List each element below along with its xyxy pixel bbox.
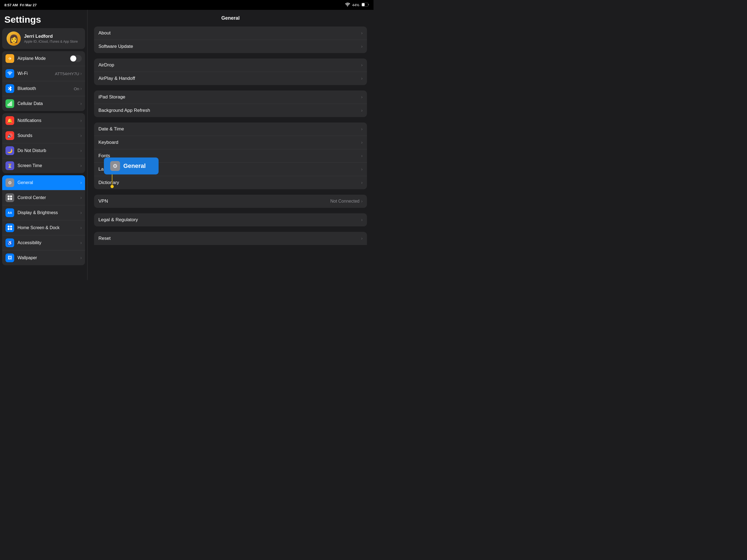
software-update-chevron: › bbox=[361, 44, 363, 49]
airplane-mode-toggle[interactable] bbox=[70, 55, 82, 62]
sidebar-item-airplane-mode[interactable]: ✈ Airplane Mode bbox=[2, 51, 85, 66]
screen-time-label: Screen Time bbox=[18, 163, 80, 168]
control-center-icon bbox=[5, 193, 14, 202]
wifi-setting-icon bbox=[5, 69, 14, 78]
sidebar-item-bluetooth[interactable]: Bluetooth On › bbox=[2, 81, 85, 96]
bluetooth-value: On bbox=[74, 86, 79, 91]
svg-rect-2 bbox=[8, 104, 8, 106]
do-not-disturb-chevron: › bbox=[80, 148, 82, 153]
reset-chevron: › bbox=[361, 236, 363, 241]
sidebar-item-cellular[interactable]: Cellular Data › bbox=[2, 96, 85, 111]
home-screen-label: Home Screen & Dock bbox=[18, 225, 80, 230]
notifications-icon: 🔔 bbox=[5, 116, 14, 125]
settings-row-reset[interactable]: Reset › bbox=[94, 232, 367, 245]
legal-regulatory-label: Legal & Regulatory bbox=[98, 217, 361, 223]
svg-rect-11 bbox=[10, 226, 12, 228]
display-brightness-icon: AA bbox=[5, 208, 14, 217]
sidebar: Settings 👩 Jerri Ledford Apple ID, iClou… bbox=[0, 10, 87, 280]
general-chevron: › bbox=[80, 180, 82, 185]
settings-row-dictionary[interactable]: Dictionary › bbox=[94, 176, 367, 189]
background-app-refresh-label: Background App Refresh bbox=[98, 108, 361, 113]
svg-rect-3 bbox=[9, 103, 10, 106]
settings-row-software-update[interactable]: Software Update › bbox=[94, 40, 367, 53]
svg-rect-12 bbox=[8, 228, 9, 230]
settings-title: Settings bbox=[0, 10, 87, 28]
wallpaper-label: Wallpaper bbox=[18, 255, 80, 260]
airplay-handoff-label: AirPlay & Handoff bbox=[98, 76, 361, 81]
settings-row-ipad-storage[interactable]: iPad Storage › bbox=[94, 91, 367, 104]
svg-rect-10 bbox=[8, 226, 9, 228]
settings-row-keyboard[interactable]: Keyboard › bbox=[94, 136, 367, 149]
svg-rect-1 bbox=[362, 3, 365, 6]
user-name: Jerri Ledford bbox=[24, 34, 78, 39]
svg-point-15 bbox=[110, 185, 114, 188]
ipad-storage-label: iPad Storage bbox=[98, 94, 361, 100]
callout-box: ⚙ General bbox=[104, 157, 159, 175]
user-info: Jerri Ledford Apple ID, iCloud, iTunes &… bbox=[24, 34, 78, 44]
callout-container: ⚙ General bbox=[104, 157, 159, 175]
toggle-knob bbox=[70, 55, 76, 61]
dictionary-chevron: › bbox=[361, 180, 363, 185]
home-screen-chevron: › bbox=[80, 225, 82, 230]
settings-row-vpn[interactable]: VPN Not Connected › bbox=[94, 195, 367, 208]
keyboard-chevron: › bbox=[361, 140, 363, 145]
display-brightness-label: Display & Brightness bbox=[18, 210, 80, 215]
settings-row-date-time[interactable]: Date & Time › bbox=[94, 123, 367, 136]
notifications-chevron: › bbox=[80, 118, 82, 123]
wallpaper-icon: 🖼 bbox=[5, 253, 14, 262]
do-not-disturb-label: Do Not Disturb bbox=[18, 148, 80, 153]
svg-rect-5 bbox=[11, 101, 12, 106]
sounds-icon: 🔊 bbox=[5, 131, 14, 140]
accessibility-label: Accessibility bbox=[18, 240, 80, 245]
dictionary-label: Dictionary bbox=[98, 180, 361, 185]
sidebar-item-wifi[interactable]: Wi-Fi ATT54rHY7U › bbox=[2, 66, 85, 81]
svg-rect-7 bbox=[10, 196, 12, 198]
status-right: 44% bbox=[345, 3, 369, 7]
airdrop-label: AirDrop bbox=[98, 62, 361, 68]
battery-icon bbox=[361, 3, 369, 7]
fonts-chevron: › bbox=[361, 153, 363, 158]
settings-row-about[interactable]: About › bbox=[94, 27, 367, 40]
callout-text: General bbox=[123, 162, 146, 170]
sidebar-item-notifications[interactable]: 🔔 Notifications › bbox=[2, 113, 85, 128]
svg-rect-13 bbox=[10, 228, 12, 230]
sidebar-item-display-brightness[interactable]: AA Display & Brightness › bbox=[2, 205, 85, 221]
sidebar-item-sounds[interactable]: 🔊 Sounds › bbox=[2, 128, 85, 143]
sidebar-section-connectivity: ✈ Airplane Mode Wi-Fi ATT54rHY7U › bbox=[2, 51, 85, 111]
user-profile[interactable]: 👩 Jerri Ledford Apple ID, iCloud, iTunes… bbox=[2, 28, 85, 49]
battery-percentage: 44% bbox=[352, 3, 359, 7]
background-app-refresh-chevron: › bbox=[361, 108, 363, 113]
airplane-mode-icon: ✈ bbox=[5, 54, 14, 63]
sidebar-item-accessibility[interactable]: ♿ Accessibility › bbox=[2, 235, 85, 251]
content-area: General ⚙ General About › Software Updat… bbox=[87, 10, 374, 280]
sidebar-item-do-not-disturb[interactable]: 🌙 Do Not Disturb › bbox=[2, 143, 85, 158]
sidebar-item-home-screen[interactable]: Home Screen & Dock › bbox=[2, 221, 85, 235]
settings-row-background-app-refresh[interactable]: Background App Refresh › bbox=[94, 104, 367, 117]
about-chevron: › bbox=[361, 31, 363, 35]
notifications-label: Notifications bbox=[18, 118, 80, 123]
wallpaper-chevron: › bbox=[80, 255, 82, 260]
settings-row-airplay-handoff[interactable]: AirPlay & Handoff › bbox=[94, 72, 367, 85]
sidebar-item-wallpaper[interactable]: 🖼 Wallpaper › bbox=[2, 251, 85, 265]
svg-rect-8 bbox=[8, 198, 9, 200]
sidebar-item-general[interactable]: ⚙ General › bbox=[2, 175, 85, 190]
sidebar-item-control-center[interactable]: Control Center › bbox=[2, 190, 85, 205]
settings-group-reset: Reset › bbox=[94, 232, 367, 245]
reset-label: Reset bbox=[98, 236, 361, 241]
wifi-value: ATT54rHY7U bbox=[55, 71, 79, 76]
settings-row-legal[interactable]: Legal & Regulatory › bbox=[94, 213, 367, 226]
settings-group-sharing: AirDrop › AirPlay & Handoff › bbox=[94, 58, 367, 85]
airdrop-chevron: › bbox=[361, 62, 363, 68]
screen-time-chevron: › bbox=[80, 163, 82, 168]
settings-group-vpn: VPN Not Connected › bbox=[94, 195, 367, 208]
status-bar: 8:57 AM Fri Mar 27 44% bbox=[0, 0, 374, 10]
settings-group-about: About › Software Update › bbox=[94, 27, 367, 53]
settings-row-airdrop[interactable]: AirDrop › bbox=[94, 58, 367, 72]
status-time: 8:57 AM Fri Mar 27 bbox=[4, 3, 36, 7]
svg-rect-6 bbox=[8, 196, 9, 198]
sidebar-item-screen-time[interactable]: ⏳ Screen Time › bbox=[2, 158, 85, 173]
avatar: 👩 bbox=[6, 31, 21, 46]
sounds-chevron: › bbox=[80, 133, 82, 138]
sounds-label: Sounds bbox=[18, 133, 80, 138]
software-update-label: Software Update bbox=[98, 44, 361, 49]
